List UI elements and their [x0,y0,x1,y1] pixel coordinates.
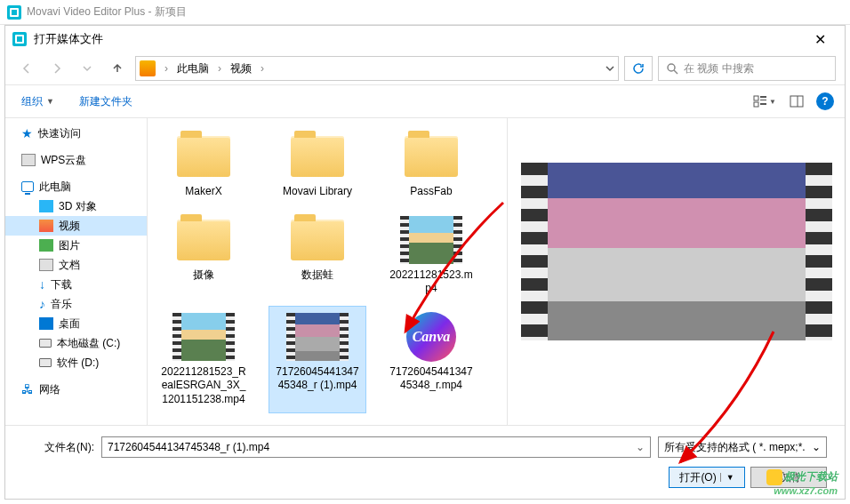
new-folder-button[interactable]: 新建文件夹 [74,91,138,113]
sidebar-3d-objects[interactable]: 3D 对象 [5,196,147,216]
nav-row: › 此电脑 › 视频 › 在 视频 中搜索 [5,52,845,84]
file-label: 7172604544134745348_r (1).mp4 [273,365,362,393]
sidebar-drive-d[interactable]: 软件 (D:) [5,353,147,372]
sidebar-videos[interactable]: 视频 [5,216,147,236]
file-item[interactable]: Canva7172604544134745348_r.mp4 [382,306,480,413]
chevron-down-icon[interactable]: ⌄ [636,441,645,453]
dropdown-caret-icon: ▼ [46,97,54,106]
video-thumbnail-icon [400,215,462,265]
search-icon [666,62,678,75]
dialog-body: ★快速访问 WPS云盘 此电脑 3D 对象 视频 图片 文档 ↓下载 ♪音乐 桌… [5,118,845,425]
folder-icon [400,132,462,181]
chevron-right-icon: › [257,62,268,75]
3d-icon [39,200,53,212]
network-icon: 🖧 [21,382,34,396]
svg-rect-5 [760,103,766,105]
filename-value: 7172604544134745348_r (1).mp4 [108,441,269,453]
dialog-icon [12,32,27,46]
video-folder-icon [140,60,156,76]
svg-rect-3 [760,100,766,100]
computer-icon [21,181,34,192]
file-label: 202211281523_RealESRGAN_3X_1201151238.mp… [159,365,248,407]
folder-icon [286,132,349,181]
nav-forward-button[interactable] [44,56,69,81]
cancel-button[interactable]: 取消 [750,467,827,488]
tiles-icon [753,95,767,108]
svg-rect-6 [790,96,803,107]
preview-thumbnail [521,163,832,340]
sidebar-wps-cloud[interactable]: WPS云盘 [5,150,147,170]
sidebar-music[interactable]: ♪音乐 [5,294,147,314]
sidebar-this-pc[interactable]: 此电脑 [5,177,147,196]
file-label: 摄像 [193,268,214,283]
open-button[interactable]: 打开(O) ▼ [669,467,745,488]
dropdown-caret-icon: ▼ [769,98,776,106]
dialog-title: 打开媒体文件 [34,31,802,47]
organize-button[interactable]: 组织 ▼ [16,91,60,113]
file-label: PassFab [410,185,452,199]
split-caret-icon[interactable]: ▼ [720,473,734,482]
file-item[interactable]: 数据蛙 [269,209,366,302]
help-icon: ? [822,95,828,108]
chevron-right-icon: › [214,62,225,75]
drive-icon [39,339,52,348]
nav-recent-button[interactable] [75,56,100,81]
sidebar-network[interactable]: 🖧网络 [5,380,147,399]
file-item[interactable]: 202211281523.mp4 [382,209,480,302]
file-item[interactable]: Movavi Library [269,125,366,205]
arrow-right-icon [50,61,64,76]
file-item[interactable]: 202211281523_RealESRGAN_3X_1201151238.mp… [155,306,253,413]
nav-up-button[interactable] [105,56,130,81]
video-thumbnail-icon [286,312,349,362]
file-label: Movavi Library [283,185,352,199]
download-icon: ↓ [39,277,45,292]
breadcrumb-root[interactable]: 此电脑 [173,60,212,78]
file-label: 数据蛙 [301,268,333,283]
nav-back-button[interactable] [14,56,39,81]
app-icon [7,5,21,20]
drive-icon [39,358,52,367]
help-button[interactable]: ? [816,92,834,110]
music-icon: ♪ [39,297,45,311]
svg-rect-2 [760,96,766,98]
breadcrumb-folder[interactable]: 视频 [227,60,255,78]
file-item[interactable]: MakerX [155,125,253,205]
file-item[interactable]: 7172604544134745348_r (1).mp4 [269,306,366,413]
search-placeholder: 在 视频 中搜索 [684,61,754,76]
sidebar-documents[interactable]: 文档 [5,255,147,275]
sidebar-desktop[interactable]: 桌面 [5,314,147,333]
chevron-down-icon[interactable] [605,64,614,73]
star-icon: ★ [21,126,33,140]
folder-icon [286,215,349,265]
preview-pane-button[interactable] [784,91,809,112]
video-thumbnail-icon [172,312,235,362]
file-filter-select[interactable]: 所有受支持的格式 ( *. mepx;*. ⌄ [658,436,827,458]
sidebar-pictures[interactable]: 图片 [5,236,147,255]
folder-icon [172,132,235,181]
svg-point-0 [668,64,675,71]
chevron-right-icon: › [161,62,172,75]
breadcrumb[interactable]: › 此电脑 › 视频 › [135,56,619,81]
sidebar: ★快速访问 WPS云盘 此电脑 3D 对象 视频 图片 文档 ↓下载 ♪音乐 桌… [5,118,148,425]
refresh-button[interactable] [624,56,653,81]
close-button[interactable]: ✕ [802,27,838,52]
file-label: 7172604544134745348_r.mp4 [387,365,476,393]
preview-pane-icon [790,95,804,108]
filename-input[interactable]: 7172604544134745348_r (1).mp4 ⌄ [101,436,651,458]
arrow-up-icon [110,61,124,76]
folder-icon [172,215,235,265]
cloud-drive-icon [21,154,36,166]
file-item[interactable]: PassFab [382,125,480,205]
sidebar-quick-access[interactable]: ★快速访问 [5,124,147,143]
file-item[interactable]: 摄像 [155,209,253,302]
canva-icon: Canva [400,312,462,362]
view-options-button[interactable]: ▼ [752,91,777,112]
desktop-icon [39,317,53,330]
sidebar-drive-c[interactable]: 本地磁盘 (C:) [5,333,147,353]
chevron-down-icon [83,64,92,73]
documents-icon [39,259,53,271]
file-list[interactable]: MakerXMovavi LibraryPassFab摄像数据蛙20221128… [148,118,507,425]
sidebar-downloads[interactable]: ↓下载 [5,275,147,294]
search-input[interactable]: 在 视频 中搜索 [658,56,836,81]
toolbar: 组织 ▼ 新建文件夹 ▼ ? [5,84,845,118]
